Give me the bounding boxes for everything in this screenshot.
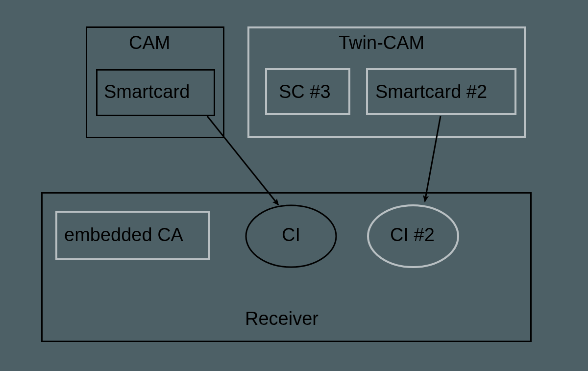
smartcard-label: Smartcard: [104, 81, 190, 102]
ci-label: CI: [282, 224, 300, 246]
embedded-ca-label: embedded CA: [64, 224, 183, 246]
receiver-title: Receiver: [245, 308, 318, 329]
ci2-label: CI #2: [390, 224, 435, 246]
sc3-label: SC #3: [279, 81, 331, 102]
sc2-label: Smartcard #2: [375, 81, 487, 102]
twin-cam-title: Twin-CAM: [339, 32, 424, 53]
cam-title: CAM: [129, 32, 170, 53]
